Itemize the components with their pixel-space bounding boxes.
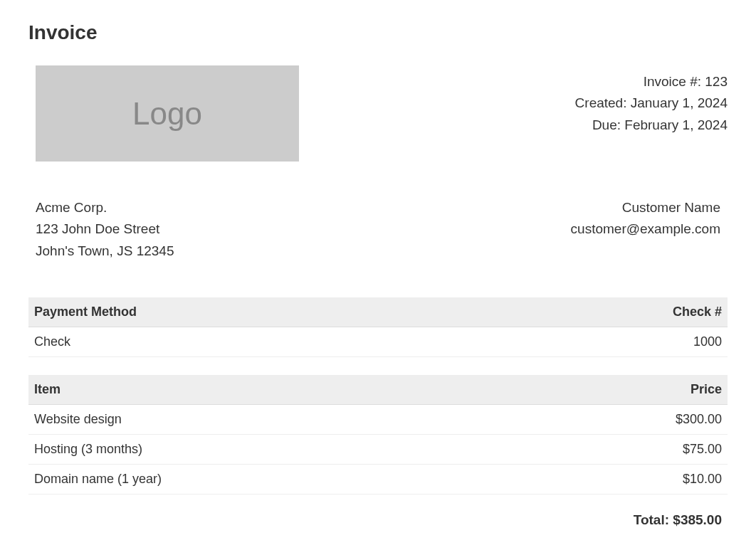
table-header-row: Item Price [28,375,728,405]
invoice-total: Total: $385.00 [28,512,728,528]
payment-method-header: Payment Method [28,297,485,327]
item-price: $75.00 [523,435,728,465]
customer-info: Customer Name customer@example.com [571,197,720,262]
addresses-row: Acme Corp. 123 John Doe Street John's To… [28,197,728,262]
customer-email: customer@example.com [571,218,720,240]
check-number-value: 1000 [485,327,728,357]
logo-placeholder: Logo [36,65,299,162]
customer-name: Customer Name [571,197,720,218]
page-title: Invoice [28,21,728,44]
item-name: Domain name (1 year) [28,465,523,495]
invoice-created: Created: January 1, 2024 [575,92,728,114]
company-name: Acme Corp. [36,197,174,218]
company-city: John's Town, JS 12345 [36,240,174,262]
price-header: Price [523,375,728,405]
item-name: Website design [28,405,523,435]
payment-method-value: Check [28,327,485,357]
invoice-number: Invoice #: 123 [575,71,728,92]
company-address: Acme Corp. 123 John Doe Street John's To… [36,197,174,262]
item-price: $300.00 [523,405,728,435]
items-table: Item Price Website design $300.00 Hostin… [28,375,728,495]
header-row: Logo Invoice #: 123 Created: January 1, … [28,65,728,162]
company-street: 123 John Doe Street [36,218,174,240]
table-row: Check 1000 [28,327,728,357]
table-row: Domain name (1 year) $10.00 [28,465,728,495]
item-price: $10.00 [523,465,728,495]
invoice-meta: Invoice #: 123 Created: January 1, 2024 … [575,65,728,136]
table-header-row: Payment Method Check # [28,297,728,327]
item-name: Hosting (3 months) [28,435,523,465]
item-header: Item [28,375,523,405]
table-row: Hosting (3 months) $75.00 [28,435,728,465]
payment-table: Payment Method Check # Check 1000 [28,297,728,357]
invoice-due: Due: February 1, 2024 [575,115,728,136]
table-row: Website design $300.00 [28,405,728,435]
check-number-header: Check # [485,297,728,327]
